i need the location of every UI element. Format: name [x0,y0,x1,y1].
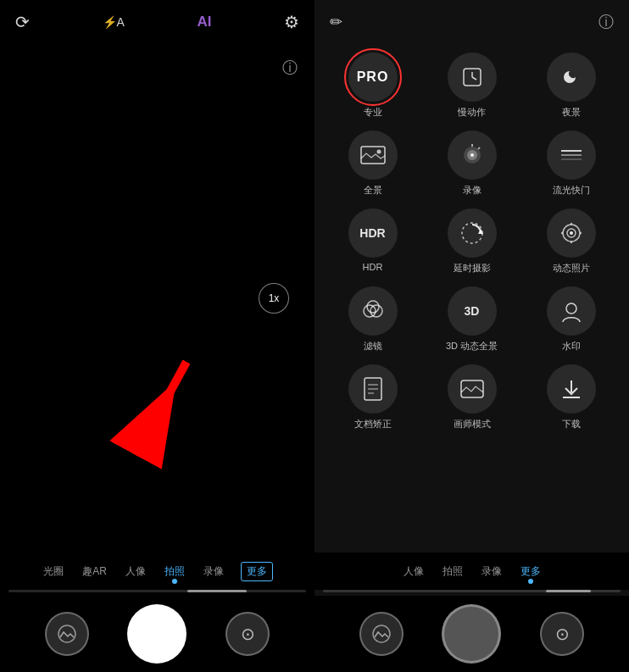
gallery-button[interactable] [45,612,89,656]
lighttrail-icon [559,146,583,164]
mode-portrait[interactable]: 人像 [124,561,148,582]
panorama-icon-circle [348,131,398,180]
edit-icon[interactable]: ✏ [330,13,342,31]
right-top-bar: ✏ ⓘ [314,0,629,44]
slowmo-mode-label: 慢动作 [458,106,486,119]
mode-hdr[interactable]: HDR HDR [335,208,411,275]
painter-icon-circle [448,364,497,414]
ai-icon[interactable]: AI [197,14,211,31]
mode-livephoto[interactable]: 动态照片 [533,208,610,275]
slowmo-icon-circle [448,53,497,102]
modes-row-5: 文档矫正 画师模式 下 [323,364,621,430]
night-icon [560,66,582,88]
doc-icon [362,376,384,402]
hdr-icon-circle: HDR [348,208,398,258]
hdr-label: HDR [359,226,385,240]
filter-icon-circle [348,286,398,336]
right-bottom-controls: ⊙ [314,596,629,672]
left-top-bar: ⟳ ⚡A AI ⚙ [0,0,314,44]
mode-panorama[interactable]: 全景 [335,131,411,197]
doc-icon-circle [348,364,398,414]
red-arrow-down [102,345,237,480]
right-mode-video[interactable]: 录像 [480,561,504,582]
mode-more[interactable]: 更多 [241,562,273,581]
night-icon-circle [547,53,596,102]
right-mode-portrait[interactable]: 人像 [402,561,426,582]
painter-mode-label: 画师模式 [454,418,491,430]
mode-pro[interactable]: PRO 专业 [335,53,411,119]
timelapse-mode-label: 延时摄影 [454,262,491,275]
mode-watermark[interactable]: 水印 [533,286,610,353]
svg-point-10 [470,153,474,157]
modes-row-3: HDR HDR 延时摄影 [323,208,621,275]
mode-video2[interactable]: 录像 [434,131,510,197]
svg-point-2 [58,625,75,642]
viewfinder: ⓘ 1x [0,44,314,553]
svg-point-20 [570,231,573,235]
3d-mode-label: 3D 动态全景 [446,340,498,353]
filter-mode-label: 滤镜 [364,340,382,353]
svg-point-21 [570,223,571,225]
rotate-icon[interactable]: ⟳ [15,12,30,32]
right-shutter-button[interactable] [442,604,501,664]
svg-line-1 [136,362,186,455]
right-info-button[interactable]: ⓘ [598,12,614,32]
right-mode-bar: 人像 拍照 录像 更多 [314,553,629,590]
livephoto-icon [559,220,584,246]
mode-video[interactable]: 录像 [202,561,225,582]
shutter-button[interactable] [127,604,186,664]
mode-ar[interactable]: 趣AR [81,561,109,582]
flash-icon[interactable]: ⚡A [103,15,125,29]
mode-doc[interactable]: 文档矫正 [335,364,411,430]
timelapse-icon-circle [448,208,497,258]
watermark-mode-label: 水印 [562,340,581,353]
download-icon-circle [547,364,596,414]
info-button[interactable]: ⓘ [282,58,298,78]
mode-night[interactable]: 夜景 [533,53,610,119]
hdr-mode-label: HDR [363,262,383,272]
3d-icon-circle: 3D [448,286,497,336]
right-mode-photo[interactable]: 拍照 [441,561,465,582]
mode-slowmo[interactable]: 慢动作 [434,53,510,119]
mode-photo[interactable]: 拍照 [163,561,186,582]
mode-filter[interactable]: 滤镜 [335,286,411,353]
download-mode-label: 下载 [562,418,581,430]
right-gallery-button[interactable] [359,612,404,656]
zoom-button[interactable]: 1x [259,283,289,314]
mode-3d[interactable]: 3D 3D 动态全景 [434,286,510,353]
3d-label: 3D [465,304,480,318]
mode-aperture[interactable]: 光圈 [42,561,65,582]
modes-row-1: PRO 专业 慢动作 [323,53,621,119]
scroll-indicator [8,590,306,592]
mode-painter[interactable]: 画师模式 [434,364,510,430]
settings-icon[interactable]: ⚙ [284,12,299,32]
right-mode-more[interactable]: 更多 [519,561,543,582]
mode-download[interactable]: 下载 [533,364,610,430]
livephoto-mode-label: 动态照片 [553,262,590,275]
download-icon [560,377,582,401]
livephoto-icon-circle [547,208,596,258]
doc-mode-label: 文档矫正 [354,418,392,430]
left-panel: ⟳ ⚡A AI ⚙ ⓘ 1x 光圈 趣AR 人像 拍照 录像 更多 [0,0,314,672]
svg-point-24 [579,232,581,234]
right-switch-camera-button[interactable]: ⊙ [540,612,584,656]
switch-camera-button[interactable]: ⊙ [225,612,270,656]
painter-icon [459,377,485,401]
mode-lighttrail[interactable]: 流光快门 [533,131,610,197]
svg-point-22 [570,242,571,243]
svg-point-28 [566,303,576,314]
right-panel: ✏ ⓘ PRO 专业 慢动作 [314,0,629,672]
panorama-mode-label: 全景 [364,184,382,197]
video-icon [459,144,485,166]
svg-point-38 [373,625,390,642]
mode-timelapse[interactable]: 延时摄影 [434,208,510,275]
watermark-icon [560,299,582,323]
right-gallery-icon [371,624,392,644]
modes-row-2: 全景 录像 [323,131,621,197]
modes-grid: PRO 专业 慢动作 [314,44,629,553]
pro-mode-label: 专业 [364,106,382,119]
watermark-icon-circle [547,286,596,336]
timelapse-icon [459,220,485,246]
svg-line-5 [472,77,476,80]
svg-point-7 [376,150,381,154]
